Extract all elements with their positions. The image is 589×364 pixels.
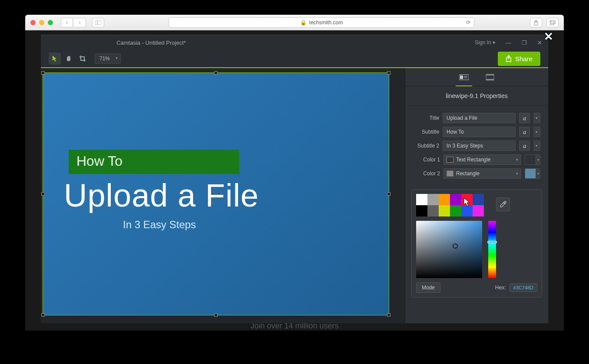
share-button[interactable]	[530, 18, 542, 27]
share-button-main[interactable]: Share	[498, 52, 540, 66]
color-swatch[interactable]	[416, 205, 427, 216]
color-swatch[interactable]	[473, 194, 484, 205]
properties-header: linewipe-9.1 Properties	[405, 86, 548, 106]
share-icon	[533, 20, 539, 26]
mode-button[interactable]: Mode	[416, 282, 440, 293]
pointer-tool[interactable]	[49, 52, 61, 65]
font-button[interactable]: a	[519, 141, 530, 151]
sign-in-button[interactable]: Sign In ▾	[475, 39, 495, 46]
svg-rect-11	[486, 74, 494, 75]
tab-effects[interactable]	[484, 73, 496, 82]
color-swatch[interactable]	[439, 194, 450, 205]
safari-titlebar: ‹ › 🔒 techsmith.com ⟳	[25, 15, 564, 30]
input-title[interactable]	[443, 113, 516, 123]
window-controls: Sign In ▾ — ❐ ✕	[475, 39, 542, 46]
color-swatch[interactable]	[450, 194, 461, 205]
color1-swatch	[525, 155, 536, 164]
color1-target: Text Rectangle	[456, 157, 490, 163]
properties-panel: linewipe-9.1 Properties Title a ▾ Subtit…	[405, 68, 548, 323]
hue-cursor[interactable]	[487, 241, 497, 243]
color-picker-bottom: Mode Hex: #3C748D	[416, 282, 537, 293]
color-field-cursor[interactable]	[453, 243, 458, 249]
label-subtitle2: Subtitle 2	[410, 143, 439, 149]
color2-chip[interactable]: ▾	[525, 168, 540, 179]
share-label: Share	[515, 55, 533, 62]
hand-icon	[65, 55, 72, 62]
color-swatch[interactable]	[461, 194, 473, 205]
sidebar-icon	[95, 20, 101, 25]
tabs-button[interactable]	[546, 18, 559, 27]
font-dropdown[interactable]: ▾	[533, 127, 540, 137]
color-swatch[interactable]	[427, 194, 439, 205]
maximize-icon[interactable]: ❐	[522, 39, 527, 46]
close-icon[interactable]: ✕	[537, 39, 542, 46]
input-subtitle2[interactable]	[443, 141, 516, 151]
color-swatch[interactable]	[473, 205, 484, 216]
tab-properties[interactable]	[458, 73, 470, 82]
window-traffic-lights[interactable]	[30, 20, 53, 25]
font-dropdown[interactable]: ▾	[533, 113, 540, 123]
color-swatch[interactable]	[439, 205, 450, 216]
font-dropdown[interactable]: ▾	[533, 141, 540, 151]
font-button[interactable]: a	[519, 113, 530, 123]
fullscreen-window-icon[interactable]	[48, 20, 53, 25]
app-body: How To Upload a File In 3 Easy Steps lin…	[41, 68, 548, 323]
selection-handle[interactable]	[41, 71, 45, 75]
selection-handle[interactable]	[214, 71, 218, 75]
canvas-title[interactable]: Upload a File	[64, 177, 259, 214]
back-button[interactable]: ‹	[61, 18, 73, 27]
selection-handle[interactable]	[41, 313, 45, 317]
canvas-subtitle2[interactable]: In 3 Easy Steps	[123, 219, 196, 231]
forward-button[interactable]: ›	[74, 18, 86, 27]
sidebar-toggle[interactable]	[92, 18, 104, 27]
eyedropper-icon	[499, 200, 507, 208]
properties-tabs	[405, 68, 548, 86]
prop-row-color2: Color 2 Rectangle ▾ ▾	[410, 168, 540, 179]
chevron-down-icon: ▾	[536, 155, 540, 164]
modal-close-icon[interactable]: ✕	[544, 30, 553, 43]
minimize-icon[interactable]: —	[506, 39, 511, 46]
selection-handle[interactable]	[387, 313, 390, 317]
hex-label: Hex:	[495, 285, 506, 291]
font-button[interactable]: a	[519, 127, 530, 137]
selection-handle[interactable]	[41, 192, 45, 196]
close-window-icon[interactable]	[30, 20, 36, 25]
camtasia-app: ✕ Camtasia - Untitled Project* Sign In ▾…	[41, 35, 548, 323]
app-toolbar: 71% Share	[41, 50, 548, 67]
svg-rect-12	[486, 79, 494, 80]
zoom-value: 71%	[99, 56, 110, 62]
color-field[interactable]	[416, 221, 482, 278]
zoom-dropdown[interactable]: 71%	[95, 53, 121, 64]
color1-target-select[interactable]: Text Rectangle ▾	[443, 154, 521, 165]
hue-slider[interactable]	[488, 221, 496, 278]
pan-tool[interactable]	[63, 52, 75, 65]
minimize-window-icon[interactable]	[39, 20, 44, 25]
svg-rect-4	[551, 20, 555, 23]
color1-chip[interactable]: ▾	[525, 154, 540, 165]
pointer-icon	[52, 55, 58, 62]
crop-icon	[79, 55, 86, 62]
share-up-icon	[506, 55, 512, 62]
reload-icon[interactable]: ⟳	[466, 20, 470, 26]
svg-rect-0	[95, 20, 101, 25]
color2-target-select[interactable]: Rectangle ▾	[443, 168, 521, 179]
label-title: Title	[410, 115, 439, 121]
tabs-icon	[549, 20, 556, 25]
color-swatch[interactable]	[450, 205, 461, 216]
crop-tool[interactable]	[76, 52, 89, 65]
input-subtitle[interactable]	[443, 127, 516, 137]
url-bar[interactable]: 🔒 techsmith.com ⟳	[169, 17, 474, 28]
color-swatch[interactable]	[427, 205, 439, 216]
canvas-area: How To Upload a File In 3 Easy Steps	[41, 68, 405, 323]
selection-handle[interactable]	[387, 192, 390, 196]
eyedropper-button[interactable]	[496, 197, 510, 211]
selection-handle[interactable]	[214, 313, 218, 317]
hex-value[interactable]: #3C748D	[510, 283, 537, 292]
selection-handle[interactable]	[387, 71, 390, 75]
color-swatch[interactable]	[416, 194, 427, 205]
canvas[interactable]: How To Upload a File In 3 Easy Steps	[43, 72, 389, 315]
color-swatch[interactable]	[461, 205, 473, 216]
color2-swatch	[525, 169, 536, 178]
canvas-subtitle[interactable]: How To	[69, 150, 239, 174]
color-swatches	[416, 194, 484, 216]
